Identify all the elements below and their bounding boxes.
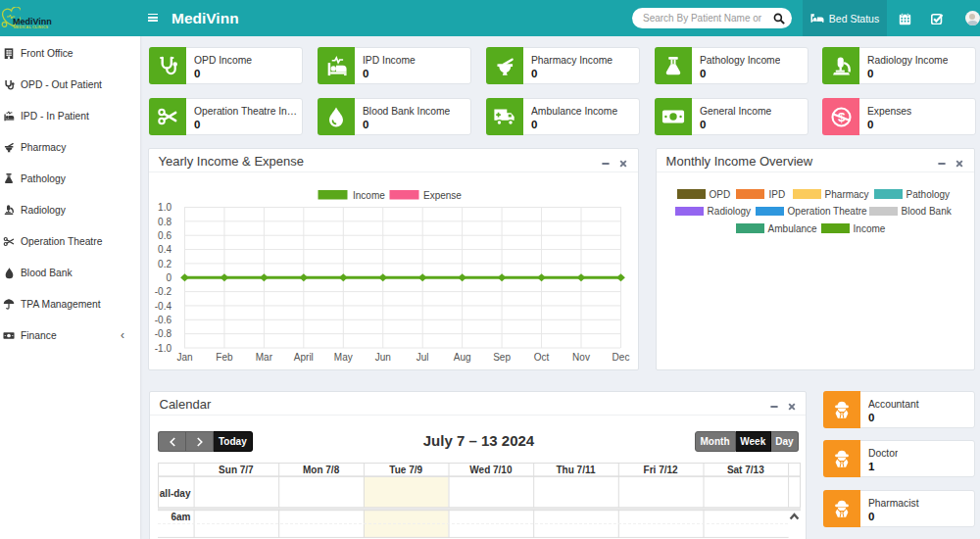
svg-text:Sep: Sep (493, 352, 511, 363)
svg-text:Mar: Mar (256, 352, 273, 363)
svg-text:0.6: 0.6 (158, 230, 172, 241)
svg-text:Jan: Jan (177, 352, 193, 363)
svg-text:-0.8: -0.8 (155, 328, 172, 339)
svg-text:0: 0 (167, 272, 172, 283)
svg-text:0.4: 0.4 (158, 244, 172, 255)
svg-text:Income: Income (353, 190, 385, 201)
svg-text:Oct: Oct (534, 352, 550, 363)
svg-text:Nov: Nov (572, 352, 590, 363)
svg-text:Jun: Jun (375, 352, 391, 363)
svg-text:-1.0: -1.0 (155, 343, 172, 354)
svg-text:Expense: Expense (423, 190, 462, 201)
svg-text:May: May (334, 352, 353, 363)
svg-text:Sun 7/7: Sun 7/7 (219, 465, 254, 475)
svg-text:-0.6: -0.6 (155, 315, 172, 325)
svg-text:-0.2: -0.2 (155, 286, 172, 297)
svg-text:all-day: all-day (160, 488, 191, 499)
svg-text:-0.4: -0.4 (155, 301, 172, 312)
svg-text:Wed 7/10: Wed 7/10 (469, 465, 513, 475)
svg-text:Jul: Jul (416, 352, 429, 363)
svg-text:0.8: 0.8 (158, 217, 172, 227)
svg-text:Feb: Feb (217, 352, 234, 363)
svg-text:Sat 7/13: Sat 7/13 (727, 465, 764, 475)
svg-text:Aug: Aug (454, 352, 471, 363)
svg-text:Mon 7/8: Mon 7/8 (303, 465, 340, 475)
svg-text:April: April (294, 352, 314, 363)
svg-text:Fri 7/12: Fri 7/12 (644, 465, 678, 475)
svg-text:6am: 6am (172, 512, 191, 522)
svg-text:Tue 7/9: Tue 7/9 (389, 465, 422, 475)
svg-text:1.0: 1.0 (158, 202, 172, 213)
svg-text:0.2: 0.2 (158, 259, 172, 270)
svg-text:Thu 7/11: Thu 7/11 (557, 465, 596, 475)
svg-text:Dec: Dec (612, 352, 630, 363)
